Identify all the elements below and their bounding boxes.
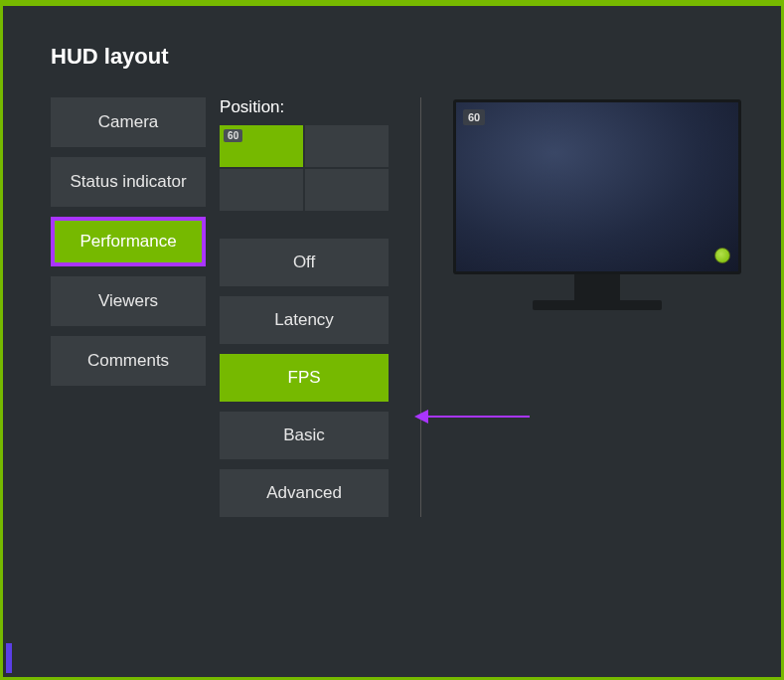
option-basic[interactable]: Basic [220, 412, 389, 459]
option-off[interactable]: Off [220, 239, 389, 286]
sidebar-item-performance[interactable]: Performance [51, 217, 206, 266]
monitor-stand-neck [574, 274, 620, 300]
position-cell-bottom-right[interactable] [305, 169, 389, 211]
bottom-left-accent [6, 643, 12, 673]
option-latency[interactable]: Latency [220, 296, 389, 344]
annotation-arrow [416, 410, 530, 424]
nvidia-logo-icon [714, 248, 730, 263]
position-grid: 60 [220, 125, 389, 211]
position-cell-top-left[interactable]: 60 [220, 125, 303, 167]
option-fps[interactable]: FPS [220, 354, 389, 402]
preview-fps-badge: 60 [463, 109, 485, 125]
position-cell-bottom-left[interactable] [220, 169, 303, 211]
performance-mode-list: Off Latency FPS Basic Advanced [220, 239, 389, 517]
sidebar-item-viewers[interactable]: Viewers [51, 276, 206, 326]
hud-preview: 60 [453, 97, 741, 517]
position-fps-badge: 60 [224, 129, 242, 142]
arrow-head-icon [414, 410, 428, 424]
vertical-divider [420, 97, 421, 517]
sidebar-item-status-indicator[interactable]: Status indicator [51, 157, 206, 207]
sidebar-item-comments[interactable]: Comments [51, 336, 206, 386]
monitor-screen: 60 [453, 99, 741, 274]
position-label: Position: [220, 97, 389, 117]
arrow-line [428, 416, 530, 418]
monitor-stand-base [533, 300, 662, 310]
option-advanced[interactable]: Advanced [220, 469, 389, 517]
hud-category-sidebar: Camera Status indicator Performance View… [51, 97, 206, 517]
page-title: HUD layout [51, 44, 741, 70]
position-cell-top-right[interactable] [305, 125, 389, 167]
sidebar-item-camera[interactable]: Camera [51, 97, 206, 147]
